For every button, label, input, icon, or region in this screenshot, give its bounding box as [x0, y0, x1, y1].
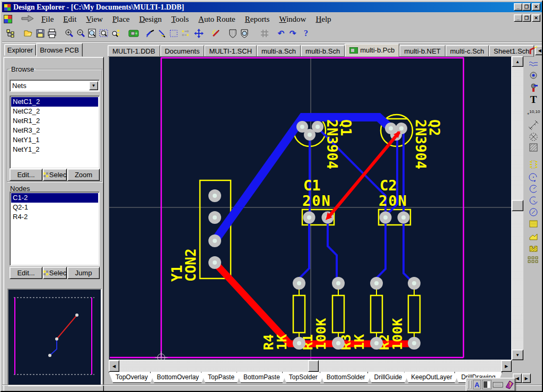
maximize-button[interactable]: ❐ — [522, 3, 531, 11]
zoom-out-icon[interactable] — [75, 28, 86, 39]
scroll-down-button[interactable]: ▼ — [512, 350, 523, 360]
menu-edit[interactable]: Edit — [58, 14, 81, 25]
net-item[interactable]: NetC1_2 — [11, 97, 98, 107]
help-book-icon[interactable]: ? — [504, 379, 515, 390]
layer-tab[interactable]: BottomPaste — [237, 372, 287, 383]
polygon-icon[interactable] — [528, 231, 539, 242]
doc-tab[interactable]: MULTI-1.DDB — [108, 45, 160, 57]
drop-arrow-icon[interactable] — [21, 14, 37, 24]
nodes-select-button[interactable]: Selec — [43, 267, 67, 279]
net-item[interactable]: NetR1_2 — [11, 116, 98, 126]
redo-icon[interactable]: ↷ — [287, 28, 298, 39]
horizontal-scrollbar[interactable]: ◀ ▶ — [109, 360, 512, 372]
close-button[interactable]: ✕ — [532, 3, 540, 11]
layer-tab[interactable]: BottomSolder — [320, 372, 372, 383]
array-icon[interactable] — [528, 254, 539, 266]
full-circle-icon[interactable] — [528, 206, 539, 218]
nodes-jump-button[interactable]: Jump — [67, 267, 100, 279]
horizontal-scroll-thumb[interactable] — [308, 360, 319, 372]
glue-icon[interactable] — [145, 28, 156, 39]
doc-tab[interactable]: MULTI-1.SCH — [204, 45, 257, 57]
dimension-icon[interactable] — [528, 119, 539, 131]
scroll-right-button[interactable]: ▶ — [501, 360, 512, 372]
text-tool-icon[interactable]: T — [528, 94, 539, 106]
menu-autoroute[interactable]: Auto Route — [194, 14, 240, 25]
interactive-routing-icon[interactable] — [528, 45, 539, 57]
mdi-restore-button[interactable]: ❐ — [522, 14, 531, 22]
menu-file[interactable]: File — [37, 14, 58, 25]
node-item[interactable]: C1-2 — [11, 193, 98, 203]
component-icon[interactable] — [528, 159, 539, 170]
doc-tab[interactable]: multi-c.Sch — [445, 45, 489, 57]
align-icon[interactable] — [180, 28, 191, 39]
browse-mode-dropdown-button[interactable]: ▼ — [89, 81, 98, 90]
clip-store-icon[interactable] — [227, 28, 238, 39]
layer-tab-active[interactable]: KeepOutLayer — [404, 372, 459, 383]
title-bar[interactable]: Design Explorer - [C:\My Documents\MULTI… — [2, 2, 542, 12]
nodes-list[interactable]: C1-2 Q2-1 R4-2 — [10, 191, 100, 266]
line-tool-icon[interactable] — [157, 28, 168, 39]
net-item[interactable]: NetY1_1 — [11, 135, 98, 145]
panel-icon[interactable] — [482, 380, 492, 389]
menu-place[interactable]: Place — [108, 14, 134, 25]
keyboard-icon[interactable] — [493, 380, 503, 389]
toolbar-handle[interactable] — [470, 380, 471, 389]
zoom-area-icon[interactable] — [99, 28, 109, 39]
layer-tab[interactable]: TopPaste — [201, 372, 241, 383]
board-preview[interactable] — [7, 289, 102, 386]
browse-mode-select[interactable]: Nets ▼ — [10, 80, 100, 92]
pad-icon[interactable] — [528, 69, 539, 81]
vertical-scrollbar[interactable]: ▲ ▼ — [512, 56, 523, 360]
nets-list[interactable]: NetC1_2 NetC2_2 NetR1_2 NetR3_2 NetY1_1 … — [10, 95, 100, 169]
net-item[interactable]: NetR3_2 — [11, 126, 98, 135]
explorer-tree-icon[interactable] — [5, 28, 16, 39]
zoom-selection-icon[interactable] — [110, 28, 121, 39]
menu-reports[interactable]: Reports — [240, 14, 275, 25]
arc-angle-icon[interactable] — [528, 195, 539, 206]
menu-window[interactable]: Window — [274, 14, 311, 25]
menu-help[interactable]: Help — [311, 14, 336, 25]
layer-tab[interactable]: TopOverlay — [109, 372, 155, 383]
layer-tab[interactable]: BottomOverlay — [150, 372, 206, 383]
tab-browse-pcb[interactable]: Browse PCB — [36, 43, 83, 57]
coordinate-icon[interactable]: +10,10 — [528, 107, 539, 118]
menu-view[interactable]: View — [81, 14, 108, 25]
scroll-left-button[interactable]: ◀ — [109, 360, 119, 372]
arc-center-icon[interactable] — [528, 183, 539, 195]
node-item[interactable]: Q2-1 — [11, 203, 98, 212]
select-area-icon[interactable] — [169, 28, 179, 39]
menu-design[interactable]: Design — [134, 14, 167, 25]
keepout-circle-icon[interactable] — [528, 131, 539, 143]
net-item[interactable]: NetC2_2 — [11, 107, 98, 116]
menu-tools[interactable]: Tools — [167, 14, 194, 25]
scroll-up-button[interactable]: ▲ — [512, 56, 523, 67]
layer-tab[interactable]: DrillGuide — [367, 372, 409, 383]
mdi-close-button[interactable]: ✕ — [532, 14, 540, 22]
toolbar-handle[interactable] — [468, 380, 469, 389]
pcb-canvas[interactable]: C1 20N C2 20N Q1 2N3904 Q2 2N3904 Y1 CON… — [109, 56, 512, 360]
vertical-scroll-thumb[interactable] — [512, 200, 523, 211]
print-icon[interactable] — [47, 28, 57, 39]
doc-tab[interactable]: multi-b.Sch — [301, 45, 345, 57]
wizard-icon[interactable] — [211, 28, 221, 39]
nets-select-button[interactable]: Selec — [43, 169, 67, 181]
doc-tab[interactable]: multi-a.Sch — [257, 45, 301, 57]
doc-tab-active[interactable]: multi-b.Pcb — [345, 43, 399, 57]
rectangle-icon[interactable] — [528, 218, 539, 230]
zoom-in-icon[interactable] — [64, 28, 74, 39]
via-icon[interactable] — [528, 82, 539, 94]
polygon-hatch-icon[interactable] — [528, 242, 539, 254]
doc-tab[interactable]: multi-b.NET — [399, 45, 445, 57]
help-icon[interactable]: ? — [301, 28, 311, 39]
nodes-edit-button[interactable]: Edit... — [10, 267, 42, 279]
node-item[interactable]: R4-2 — [11, 212, 98, 222]
wire-icon[interactable] — [528, 58, 539, 69]
net-item[interactable]: NetY1_2 — [11, 145, 98, 154]
tab-explorer[interactable]: Explorer — [4, 44, 36, 56]
nets-edit-button[interactable]: Edit... — [10, 169, 42, 181]
text-a-icon[interactable]: A — [473, 380, 481, 389]
mdi-minimize-button[interactable]: _ — [514, 14, 522, 22]
zoom-document-icon[interactable] — [87, 28, 98, 39]
board-icon[interactable] — [128, 28, 139, 39]
minimize-button[interactable]: _ — [514, 3, 522, 11]
